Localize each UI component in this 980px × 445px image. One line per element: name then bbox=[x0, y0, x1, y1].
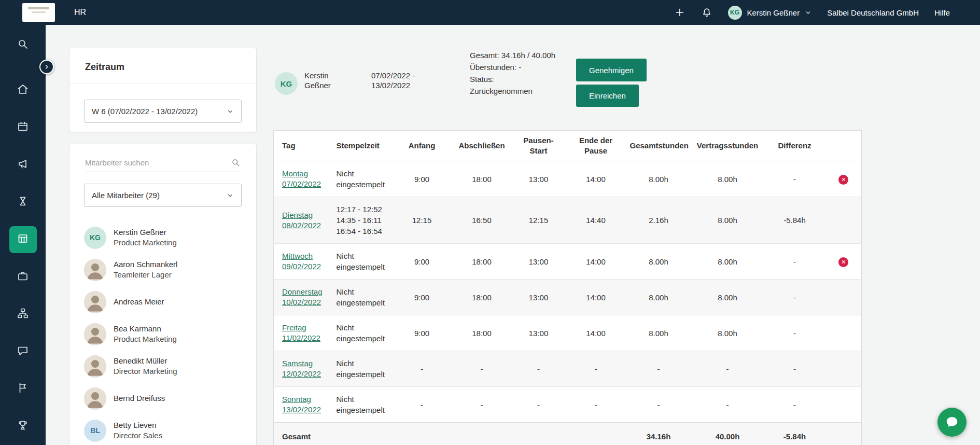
day-link[interactable]: Freitag11/02/2022 bbox=[282, 323, 320, 343]
chat-launcher-button[interactable] bbox=[937, 408, 967, 437]
stamp-times: Nicht eingestempelt bbox=[328, 280, 391, 315]
employee-list-item[interactable]: KGKerstin GeßnerProduct Marketing bbox=[69, 221, 256, 254]
employee-role: Product Marketing bbox=[114, 238, 177, 248]
employee-list-item[interactable]: Bernd Dreifuss bbox=[69, 382, 256, 414]
column-header: Abschließen bbox=[453, 131, 511, 161]
sidebar-nav bbox=[0, 0, 46, 445]
logo-mark bbox=[28, 7, 49, 9]
app-title: HR bbox=[74, 0, 86, 25]
employee-list-item[interactable]: BLBetty LievenDirector Sales bbox=[69, 414, 256, 445]
employee-photo-avatar bbox=[84, 259, 106, 281]
main-content: Zeitraum W 6 (07/02/2022 - 13/02/2022) A… bbox=[46, 25, 980, 445]
messages-chat-icon bbox=[17, 344, 29, 359]
user-name: Kerstin Geßner bbox=[747, 8, 800, 17]
user-menu[interactable]: KG Kerstin Geßner bbox=[728, 6, 812, 20]
sidebar-item-performance-trophy[interactable] bbox=[9, 413, 37, 440]
summary-overtime: Überstunden: - bbox=[470, 61, 573, 73]
day-link[interactable]: Montag07/02/2022 bbox=[282, 169, 321, 189]
calendar-icon bbox=[17, 120, 29, 135]
employee-name: Bernd Dreifuss bbox=[114, 393, 165, 404]
day-link[interactable]: Samstag12/02/2022 bbox=[282, 358, 321, 379]
sidebar-item-calendar[interactable] bbox=[9, 114, 37, 141]
employee-name: Aaron Schmankerl bbox=[114, 259, 177, 270]
announcements-megaphone-icon bbox=[17, 158, 29, 172]
employee-filter-select[interactable]: Alle Mitarbeiter (29) bbox=[84, 184, 242, 207]
goals-flag-icon bbox=[17, 382, 29, 396]
org-chart-icon bbox=[17, 307, 29, 322]
stamp-times: Nicht eingestempelt bbox=[328, 387, 391, 423]
sidebar-item-recruiting-briefcase[interactable] bbox=[9, 263, 37, 290]
chevron-down-icon bbox=[227, 108, 234, 115]
company-logo[interactable] bbox=[22, 3, 55, 22]
column-header: Pausen-Start bbox=[511, 131, 566, 161]
stamp-times: 12:17 - 12:5214:35 - 16:1116:54 - 16:54 bbox=[328, 197, 391, 244]
delete-entry-icon[interactable]: ✕ bbox=[838, 175, 848, 185]
sidebar-item-search[interactable] bbox=[9, 32, 37, 59]
employee-photo-avatar bbox=[84, 387, 106, 410]
employee-avatar: KG bbox=[84, 227, 106, 249]
employee-name: Benedikt Müller bbox=[114, 356, 177, 366]
help-link[interactable]: Hilfe bbox=[934, 8, 950, 17]
week-select-value: W 6 (07/02/2022 - 13/02/2022) bbox=[92, 107, 198, 116]
day-link[interactable]: Dienstag08/02/2022 bbox=[282, 210, 321, 231]
user-avatar: KG bbox=[728, 6, 742, 20]
sidebar-item-goals-flag[interactable] bbox=[9, 376, 37, 402]
company-name: Salbei Deutschland GmbH bbox=[827, 8, 919, 17]
employee-avatar: KG bbox=[275, 72, 298, 95]
home-icon bbox=[17, 83, 29, 98]
summary-status-label: Status: bbox=[470, 73, 573, 85]
stamp-times: Nicht eingestempelt bbox=[328, 315, 391, 351]
employee-panel: Alle Mitarbeiter (29) KGKerstin GeßnerPr… bbox=[69, 144, 257, 445]
day-link[interactable]: Sonntag13/02/2022 bbox=[282, 394, 321, 415]
column-header: Vertragsstunden bbox=[692, 131, 764, 161]
sidebar-item-messages-chat[interactable] bbox=[9, 338, 37, 365]
sidebar-expand-button[interactable] bbox=[39, 60, 54, 74]
employee-list: KGKerstin GeßnerProduct MarketingAaron S… bbox=[69, 221, 256, 445]
employee-photo-avatar bbox=[84, 355, 106, 378]
employee-list-item[interactable]: Bea KarmannProduct Marketing bbox=[69, 318, 256, 350]
absence-hourglass-icon bbox=[17, 195, 29, 210]
quick-add-plus-icon[interactable] bbox=[674, 7, 685, 18]
attendance-row: Freitag11/02/2022Nicht eingestempelt9:00… bbox=[274, 315, 862, 351]
column-header: Stempelzeit bbox=[328, 131, 391, 161]
attendance-grid-icon bbox=[17, 232, 29, 247]
sidebar-item-announcements-megaphone[interactable] bbox=[9, 151, 37, 178]
column-header: Tag bbox=[274, 131, 328, 161]
employee-role: Product Marketing bbox=[114, 334, 177, 344]
footer-total-label: Gesamt bbox=[274, 423, 328, 445]
sidebar-item-home[interactable] bbox=[9, 77, 37, 104]
employee-role: Teamleiter Lager bbox=[114, 270, 177, 280]
period-panel: Zeitraum W 6 (07/02/2022 - 13/02/2022) bbox=[69, 48, 257, 132]
employee-list-item[interactable]: Benedikt MüllerDirector Marketing bbox=[69, 350, 256, 382]
attendance-row: Samstag12/02/2022Nicht eingestempelt----… bbox=[274, 351, 862, 387]
delete-entry-icon[interactable]: ✕ bbox=[838, 257, 848, 267]
sidebar-item-attendance-grid[interactable] bbox=[9, 226, 37, 253]
employee-name: Kerstin Geßner bbox=[114, 227, 177, 238]
column-header: Anfang bbox=[391, 131, 453, 161]
sidebar-item-org-chart[interactable] bbox=[9, 301, 37, 328]
employee-list-item[interactable]: Andreas Meier bbox=[69, 286, 256, 318]
day-link[interactable]: Mittwoch09/02/2022 bbox=[282, 251, 321, 272]
sidebar-item-absence-hourglass[interactable] bbox=[9, 189, 37, 216]
day-link[interactable]: Donnerstag10/02/2022 bbox=[282, 287, 323, 308]
table-header-row: TagStempelzeitAnfangAbschließenPausen-St… bbox=[274, 131, 862, 161]
logo-mark bbox=[32, 11, 46, 13]
column-header: Differenz bbox=[764, 131, 826, 161]
period-panel-title: Zeitraum bbox=[69, 48, 256, 83]
employee-search-input[interactable] bbox=[85, 158, 231, 167]
chevron-down-icon bbox=[805, 9, 811, 16]
approve-button[interactable]: Genehmigen bbox=[576, 59, 647, 81]
submit-button[interactable]: Einreichen bbox=[576, 85, 639, 107]
employee-search bbox=[85, 154, 241, 172]
column-header: Ende der Pause bbox=[566, 131, 626, 161]
week-select[interactable]: W 6 (07/02/2022 - 13/02/2022) bbox=[84, 100, 242, 123]
performance-trophy-icon bbox=[17, 419, 29, 434]
notifications-bell-icon[interactable] bbox=[701, 7, 712, 18]
column-header bbox=[826, 131, 862, 161]
employee-name: Andreas Meier bbox=[114, 297, 164, 307]
detail-summary: Gesamt: 34.16h / 40.00h Überstunden: - S… bbox=[470, 49, 573, 97]
summary-status-value: Zurückgenommen bbox=[470, 85, 573, 97]
employee-role: Director Sales bbox=[114, 430, 162, 441]
stamp-times: Nicht eingestempelt bbox=[328, 351, 391, 387]
employee-list-item[interactable]: Aaron SchmankerlTeamleiter Lager bbox=[69, 254, 256, 286]
